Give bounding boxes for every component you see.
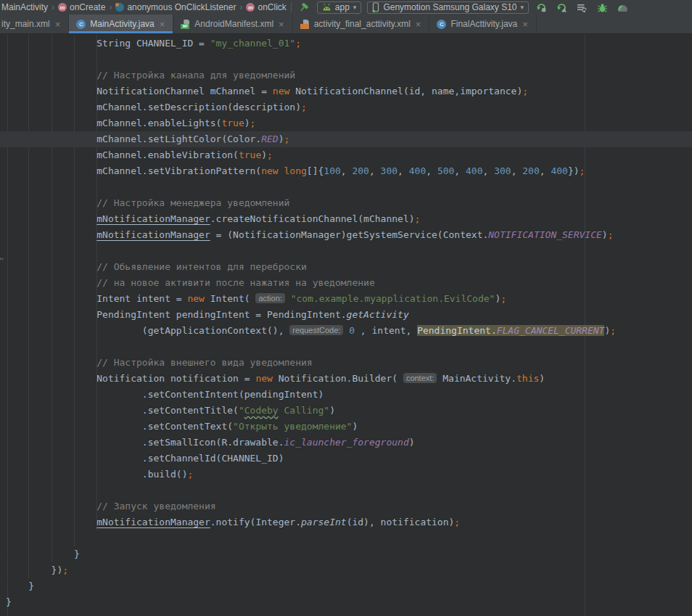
- apply-changes-button[interactable]: [535, 2, 548, 13]
- code-token: ;: [187, 469, 193, 480]
- fold-marker-icon[interactable]: ▿▫: [0, 256, 4, 263]
- code-token: ;: [580, 165, 585, 176]
- code-token: ;: [454, 517, 460, 527]
- code-token: mNotificationManager: [96, 229, 210, 240]
- code-line: mNotificationManager.notify(Integer.pars…: [0, 514, 692, 530]
- code-token: "my_channel_01": [210, 38, 295, 49]
- phone-icon: [372, 2, 379, 12]
- list-refresh-button[interactable]: [575, 2, 589, 13]
- code-token: PendingIntent pendingIntent = PendingInt…: [6, 309, 347, 320]
- code-token: String CHANNEL_ID =: [6, 38, 210, 49]
- code-line: }: [0, 594, 692, 610]
- code-token: Notification.Builder(: [273, 373, 403, 384]
- code-line: Notification notification = new Notifica…: [0, 371, 692, 387]
- code-text-area[interactable]: String CHANNEL_ID = "my_channel_01"; // …: [0, 34, 692, 610]
- code-token: this: [516, 373, 539, 384]
- code-line: (getApplicationContext(), requestCode: 0…: [0, 323, 692, 339]
- code-line: mChannel.setLightColor(Color.RED);: [0, 131, 692, 147]
- editor-tab[interactable]: CMainActivity.java×: [69, 15, 173, 33]
- code-token: }: [6, 549, 80, 559]
- code-editor[interactable]: ▿▫ ▫ ▫ ▫ String CHANNEL_ID = "my_channel…: [0, 34, 692, 616]
- main-toolbar: MainActivity›monCreate›anonymous OnClick…: [0, 0, 692, 15]
- breadcrumb-item[interactable]: monClick: [246, 2, 286, 12]
- code-token: ;: [415, 213, 421, 224]
- breadcrumb-label: MainActivity: [1, 2, 48, 12]
- profile-button[interactable]: [616, 2, 630, 13]
- manifest-file-icon: MF: [181, 20, 190, 29]
- code-token: mChannel.setDescription(description): [6, 102, 301, 112]
- code-token: NotificationChannel mChannel =: [6, 86, 273, 96]
- code-token: NotificationChannel(id, name,importance): [289, 86, 522, 96]
- code-line: .build();: [0, 467, 692, 482]
- code-line: // Запуск уведомления: [0, 498, 692, 514]
- code-line: .setSmallIcon(R.drawable.ic_launcher_for…: [0, 435, 692, 451]
- tab-label: FinalActtivity.java: [450, 19, 517, 29]
- chevron-down-icon: ▾: [521, 4, 524, 11]
- breadcrumb-separator-icon: ›: [239, 2, 242, 12]
- code-token: 0: [349, 325, 355, 336]
- build-button[interactable]: [297, 2, 311, 13]
- code-token: NOTIFICATION_SERVICE: [488, 229, 602, 240]
- code-token: ;: [608, 229, 614, 240]
- code-token: ic_launcher_foreground: [284, 437, 409, 448]
- code-line: });: [0, 562, 692, 578]
- code-token: = (NotificationManager)getSystemService(…: [210, 229, 489, 240]
- device-selector[interactable]: Genymotion Samsung Galaxy S10 ▾: [367, 1, 529, 14]
- close-icon[interactable]: ×: [278, 20, 285, 29]
- editor-tab[interactable]: activity_final_acttivity.xml×: [293, 15, 430, 33]
- code-token: }: [6, 580, 34, 591]
- code-line: [0, 339, 692, 355]
- editor-tab[interactable]: CFinalActtivity.java×: [429, 15, 536, 33]
- close-icon[interactable]: ×: [54, 20, 62, 29]
- code-token: ): [409, 437, 415, 448]
- code-token: (id), notification): [347, 517, 455, 527]
- code-line: String CHANNEL_ID = "my_channel_01";: [0, 36, 692, 52]
- code-line: // Настройка внешнего вида уведомления: [0, 355, 692, 371]
- code-token: Calling": [279, 405, 329, 416]
- code-token: .notify(Integer.: [210, 517, 301, 527]
- tab-label: activity_final_acttivity.xml: [314, 19, 411, 29]
- code-token: ,: [341, 165, 353, 176]
- apply-changes-icon: [536, 2, 547, 13]
- tab-label: AndroidManifest.xml: [194, 19, 273, 29]
- code-token: ;: [267, 149, 273, 160]
- code-token: ": [239, 405, 244, 416]
- code-token: ): [602, 229, 608, 240]
- code-line: [0, 530, 692, 546]
- code-token: new: [255, 373, 272, 384]
- code-token: ;: [301, 102, 307, 112]
- code-token: ): [352, 421, 358, 432]
- code-line: }: [0, 546, 692, 562]
- method-icon: m: [246, 3, 255, 12]
- code-token: // на новое активити после нажатия на ув…: [6, 277, 375, 288]
- device-label: Genymotion Samsung Galaxy S10: [383, 2, 516, 12]
- code-token: Codeby: [244, 405, 279, 416]
- close-icon[interactable]: ×: [415, 20, 422, 29]
- close-icon[interactable]: ×: [522, 20, 529, 29]
- editor-tab[interactable]: MFAndroidManifest.xml×: [173, 15, 292, 33]
- run-config-selector[interactable]: app ▾: [317, 1, 362, 14]
- code-token: mNotificationManager: [96, 517, 210, 527]
- code-token: Notification notification =: [6, 373, 255, 384]
- code-token: 300: [494, 165, 511, 176]
- code-token: ;: [501, 293, 506, 304]
- close-icon[interactable]: ×: [159, 20, 166, 29]
- code-line: .setContentTitle("Codeby Calling"): [0, 403, 692, 419]
- breadcrumb-separator-icon: ›: [52, 2, 54, 12]
- breadcrumb-label: onClick: [258, 2, 286, 12]
- android-studio-window: MainActivity›monCreate›anonymous OnClick…: [0, 0, 692, 616]
- breadcrumb-item[interactable]: monCreate: [58, 2, 105, 12]
- code-token: []{: [307, 165, 324, 176]
- code-token: ): [279, 134, 284, 144]
- breadcrumb-item[interactable]: anonymous OnClickListener: [115, 2, 236, 12]
- code-token: ;: [62, 564, 68, 575]
- code-token: ,: [483, 165, 495, 176]
- hammer-icon: [299, 2, 310, 13]
- breadcrumb-item[interactable]: MainActivity: [1, 2, 48, 12]
- debug-button[interactable]: [596, 2, 609, 13]
- code-token: // Настройка менеджера уведомлений: [6, 197, 289, 208]
- code-token: new: [187, 293, 204, 304]
- apply-code-changes-button[interactable]: A: [555, 2, 569, 13]
- code-token: ;: [522, 86, 528, 96]
- editor-tab[interactable]: ity_main.xml×: [0, 15, 69, 33]
